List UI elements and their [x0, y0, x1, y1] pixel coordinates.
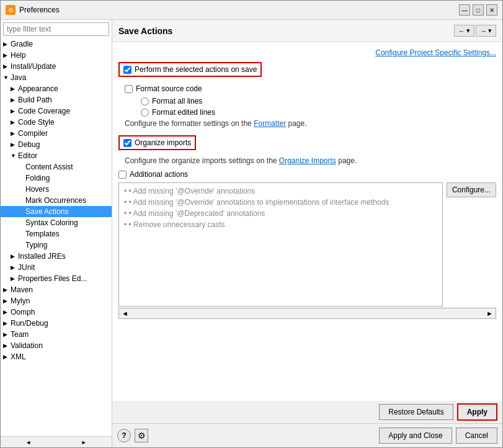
- sidebar-item-label-install-update: Install/Update: [11, 62, 56, 71]
- organize-imports-text: Configure the organize imports settings …: [125, 156, 277, 165]
- restore-defaults-button[interactable]: Restore Defaults: [379, 404, 453, 420]
- sidebar-item-templates[interactable]: Templates: [1, 228, 112, 240]
- sidebar-item-validation[interactable]: ▶Validation: [1, 340, 112, 351]
- back-icon: ←: [458, 27, 465, 35]
- sidebar-item-team[interactable]: ▶Team: [1, 329, 112, 340]
- sidebar-item-syntax-coloring[interactable]: Syntax Coloring: [1, 217, 112, 228]
- perform-actions-label: Perform the selected actions on save: [135, 65, 257, 74]
- sidebar-item-build-path[interactable]: ▶Build Path: [1, 94, 112, 105]
- action-item: • Add missing '@Override' annotations to…: [122, 197, 440, 208]
- sidebar-item-mylyn[interactable]: ▶Mylyn: [1, 295, 112, 307]
- back-button[interactable]: ← ▾: [454, 25, 474, 37]
- maximize-button[interactable]: □: [473, 4, 484, 16]
- actions-list[interactable]: • Add missing '@Override' annotations• A…: [118, 182, 443, 307]
- sidebar-item-xml[interactable]: ▶XML: [1, 351, 112, 362]
- tree: ▶Gradle▶Help▶Install/Update▼Java▶Appeara…: [1, 38, 112, 436]
- sidebar-scrollbar: ◄ ►: [1, 436, 112, 447]
- tree-arrow-properties-files-editor: ▶: [11, 276, 17, 282]
- configure-project-link[interactable]: Configure Project Specific Settings...: [375, 48, 496, 57]
- sidebar-item-hovers[interactable]: Hovers: [1, 184, 112, 195]
- tree-arrow-validation: ▶: [3, 343, 9, 349]
- sidebar-item-save-actions[interactable]: Save Actions: [1, 206, 112, 217]
- sidebar-item-gradle[interactable]: ▶Gradle: [1, 38, 112, 50]
- tree-arrow-build-path: ▶: [11, 97, 17, 103]
- help-button[interactable]: ?: [117, 429, 131, 442]
- additional-actions-row: Additional actions: [118, 170, 496, 179]
- sidebar-item-editor[interactable]: ▼Editor: [1, 150, 112, 161]
- scroll-right-icon: ►: [486, 310, 493, 317]
- settings-button[interactable]: ⚙: [135, 429, 148, 442]
- sidebar-item-compiler[interactable]: ▶Compiler: [1, 128, 112, 139]
- tree-arrow-help: ▶: [3, 52, 9, 58]
- cancel-button[interactable]: Cancel: [456, 428, 497, 444]
- tree-arrow-team: ▶: [3, 331, 9, 338]
- tree-arrow-run-debug: ▶: [3, 320, 9, 326]
- window-controls: — □ ✕: [459, 4, 497, 16]
- tree-arrow-code-coverage: ▶: [11, 108, 17, 114]
- sidebar-item-label-mark-occurrences: Mark Occurrences: [25, 196, 86, 205]
- sidebar-item-oomph[interactable]: ▶Oomph: [1, 307, 112, 318]
- sidebar-item-label-debug: Debug: [18, 140, 40, 149]
- sidebar-item-mark-occurrences[interactable]: Mark Occurrences: [1, 195, 112, 206]
- sidebar-item-junit[interactable]: ▶JUnit: [1, 262, 112, 273]
- sidebar-scroll-right-button[interactable]: ►: [56, 437, 112, 447]
- apply-button[interactable]: Apply: [457, 403, 497, 421]
- forward-icon: →: [480, 27, 487, 35]
- formatter-text: Configure the formatter settings on the: [125, 119, 252, 128]
- sidebar-item-label-validation: Validation: [11, 341, 43, 350]
- first-bottom-bar: Restore Defaults Apply: [112, 401, 502, 423]
- filter-input[interactable]: [3, 22, 109, 36]
- minimize-button[interactable]: —: [459, 4, 470, 16]
- sidebar-item-folding[interactable]: Folding: [1, 172, 112, 184]
- forward-button[interactable]: → ▾: [476, 25, 496, 37]
- configure-button[interactable]: Configure...: [447, 182, 496, 197]
- tree-arrow-oomph: ▶: [3, 309, 9, 315]
- sidebar-item-content-assist[interactable]: Content Assist: [1, 161, 112, 172]
- sidebar-item-code-coverage[interactable]: ▶Code Coverage: [1, 105, 112, 117]
- bottom-right-buttons: Apply and Close Cancel: [379, 428, 497, 444]
- main-content: ▶Gradle▶Help▶Install/Update▼Java▶Appeara…: [1, 20, 502, 447]
- sidebar-item-help[interactable]: ▶Help: [1, 50, 112, 61]
- organize-imports-checkbox[interactable]: [123, 139, 131, 147]
- action-item: • Add missing '@Deprecated' annotations: [122, 208, 440, 219]
- title-bar-left: ⚙ Preferences: [6, 5, 60, 15]
- action-item: • Add missing '@Override' annotations: [122, 186, 440, 197]
- apply-and-close-button[interactable]: Apply and Close: [379, 428, 452, 444]
- tree-arrow-editor: ▼: [11, 153, 17, 159]
- preferences-window: ⚙ Preferences — □ ✕ ▶Gradle▶Help▶Install…: [0, 0, 503, 448]
- close-button[interactable]: ✕: [486, 4, 497, 16]
- sidebar-item-maven[interactable]: ▶Maven: [1, 284, 112, 295]
- sidebar-item-properties-files-editor[interactable]: ▶Properties Files Ed...: [1, 273, 112, 284]
- organize-imports-link[interactable]: Organize Imports: [279, 156, 336, 165]
- tree-arrow-xml: ▶: [3, 354, 9, 360]
- tree-arrow-mylyn: ▶: [3, 298, 9, 304]
- sidebar-item-code-style[interactable]: ▶Code Style: [1, 117, 112, 128]
- sidebar-item-install-update[interactable]: ▶Install/Update: [1, 61, 112, 72]
- actions-box-row: • Add missing '@Override' annotations• A…: [118, 182, 496, 307]
- format-all-lines-radio[interactable]: [141, 97, 149, 105]
- sidebar-item-label-syntax-coloring: Syntax Coloring: [25, 218, 78, 227]
- panel-body: Configure Project Specific Settings... P…: [112, 42, 502, 401]
- sidebar-item-run-debug[interactable]: ▶Run/Debug: [1, 318, 112, 329]
- sidebar-item-debug[interactable]: ▶Debug: [1, 139, 112, 150]
- sidebar-item-label-content-assist: Content Assist: [25, 163, 73, 171]
- sidebar-scroll-left-button[interactable]: ◄: [1, 437, 56, 447]
- tree-arrow-debug: ▶: [11, 141, 17, 148]
- sidebar-item-typing[interactable]: Typing: [1, 240, 112, 251]
- tree-arrow-gradle: ▶: [3, 41, 9, 47]
- additional-actions-checkbox[interactable]: [118, 171, 127, 179]
- sidebar-item-java[interactable]: ▼Java: [1, 72, 112, 83]
- sidebar-item-installed-jres[interactable]: ▶Installed JREs: [1, 251, 112, 262]
- format-source-checkbox[interactable]: [125, 85, 133, 93]
- sidebar-item-appearance[interactable]: ▶Appearance: [1, 83, 112, 94]
- actions-scrollbar: ◄ ►: [118, 308, 496, 319]
- sidebar-item-label-junit: JUnit: [18, 263, 35, 272]
- format-all-lines-label: Format all lines: [152, 97, 202, 105]
- formatter-link[interactable]: Formatter: [254, 119, 286, 128]
- sidebar-item-label-run-debug: Run/Debug: [11, 319, 48, 328]
- perform-actions-checkbox[interactable]: [123, 66, 131, 74]
- sidebar-item-label-typing: Typing: [25, 241, 47, 249]
- format-edited-lines-radio[interactable]: [141, 109, 149, 117]
- format-edited-lines-row: Format edited lines: [118, 108, 496, 117]
- format-source-row: Format source code: [125, 84, 496, 93]
